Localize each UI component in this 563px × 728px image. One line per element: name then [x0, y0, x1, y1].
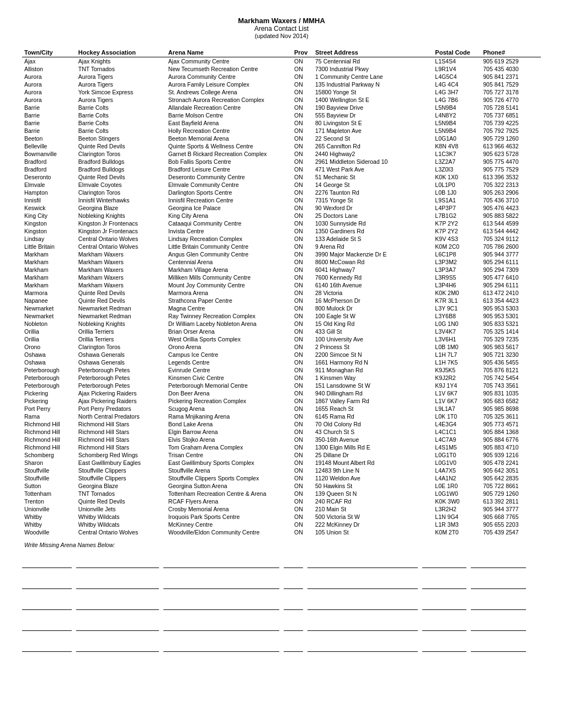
table-cell: Newmarket [22, 304, 76, 312]
table-cell: Markham Waxers [76, 250, 166, 258]
table-cell: Barrie Colts [76, 127, 166, 135]
table-cell: 2200 Simcoe St N [313, 351, 433, 358]
table-row: SuttonGeorgina BlazeGeorgina Sutton Aren… [22, 482, 541, 490]
table-cell: 2276 Taunton Rd [313, 189, 433, 196]
table-cell: Elmvale Coyotes [76, 181, 166, 189]
table-cell: K7P 2Y2 [433, 220, 481, 227]
write-line-seg-phone [471, 601, 526, 610]
write-line-seg-addr [307, 580, 418, 589]
table-cell: Woodville/Eldon Community Centre [166, 528, 292, 536]
table-cell: Barrie Colts [76, 104, 166, 111]
table-cell: Lindsay [22, 235, 76, 243]
table-cell: Aurora [22, 81, 76, 88]
write-line-seg-arena [163, 559, 279, 568]
table-row: InnisfilInnisfil WinterhawksInnisfil Rec… [22, 196, 541, 204]
table-cell: 911 Monaghan Rd [313, 366, 433, 374]
table-cell: 28 Victoria [313, 289, 433, 297]
table-cell: St. Andrews College Arena [166, 88, 292, 96]
table-row: King CityNobleking KnightsKing City Aren… [22, 212, 541, 220]
table-cell: 705 436 3710 [481, 196, 541, 204]
table-cell: 705 325 1414 [481, 328, 541, 335]
table-cell: 905 623 5728 [481, 150, 541, 158]
table-cell: Ray Twinney Recreation Complex [166, 312, 292, 320]
table-row: WoodvilleCentral Ontario WolvesWoodville… [22, 528, 541, 536]
table-row: MarkhamMarkham WaxersMarkham Village Are… [22, 266, 541, 274]
write-line-seg-arena [163, 601, 279, 610]
table-row: BellevilleQuinte Red DevilsQuinte Sports… [22, 142, 541, 150]
table-cell: Port Perry Predators [76, 405, 166, 413]
table-cell: Markham [22, 250, 76, 258]
write-line-seg-town [22, 580, 72, 589]
table-cell: 905 294 6111 [481, 281, 541, 289]
write-line-seg-postal [422, 601, 466, 610]
table-cell: Georgina Blaze [76, 482, 166, 490]
table-cell: 800 Mulock Dr [313, 304, 433, 312]
table-cell: 613 354 4423 [481, 297, 541, 304]
table-cell: L4G5C4 [433, 73, 481, 81]
table-cell: L0B 1J0 [433, 189, 481, 196]
table-row: BarrieBarrie ColtsBarrie Molson CentreON… [22, 111, 541, 119]
table-cell: 905 985 8698 [481, 405, 541, 413]
table-cell: Port Perry [22, 405, 76, 413]
table-row: PickeringAjax Pickering RaidersPickering… [22, 397, 541, 405]
table-cell: 240 RCAF Rd [313, 497, 433, 505]
table-cell: Trenton [22, 497, 76, 505]
table-cell: 905 944 3777 [481, 250, 541, 258]
table-cell: L0E 1R0 [433, 482, 481, 490]
write-line-seg-prov [284, 601, 303, 610]
table-cell: ON [292, 135, 313, 142]
table-cell: 705 329 7235 [481, 335, 541, 343]
table-row: AuroraAurora TigersStronach Aurora Recre… [22, 96, 541, 104]
table-cell: K0M 2C0 [433, 243, 481, 250]
table-cell: Ajax Pickering Raiders [76, 389, 166, 397]
table-cell: 171 Mapleton Ave [313, 127, 433, 135]
col-header-postal: Postal Code [433, 48, 481, 57]
table-cell: Markham [22, 274, 76, 281]
table-cell: Bradford Bulldogs [76, 165, 166, 173]
table-cell: Quinte Red Devils [76, 289, 166, 297]
table-cell: Central Ontario Wolves [76, 243, 166, 250]
table-cell: ON [292, 513, 313, 521]
table-cell: Peterborough [22, 382, 76, 389]
table-cell: ON [292, 328, 313, 335]
table-cell: 105 Union St [313, 528, 433, 536]
table-cell: 80 Livingston St E [313, 119, 433, 127]
table-cell: K9J5K5 [433, 366, 481, 374]
col-header-phone: Phone# [481, 48, 541, 57]
table-cell: K0K 2M0 [433, 289, 481, 297]
table-cell: 25 Dillane Dr [313, 451, 433, 459]
table-row: BowmanvilleClarington TorosGarnet B Rick… [22, 150, 541, 158]
table-cell: L3P3M2 [433, 258, 481, 266]
table-cell: L3V6H1 [433, 335, 481, 343]
table-row: MarkhamMarkham WaxersCentennial ArenaON8… [22, 258, 541, 266]
table-cell: 500 Victoria St W [313, 513, 433, 521]
table-cell: TNT Tornados [76, 490, 166, 497]
table-cell: Marmora Arena [166, 289, 292, 297]
table-cell: L4C7A9 [433, 436, 481, 443]
table-cell: 705 742 5454 [481, 374, 541, 382]
table-row: OrilliaOrillia TerriersWest Orillia Spor… [22, 335, 541, 343]
table-cell: 905 841 2371 [481, 73, 541, 81]
table-cell: 905 775 4470 [481, 158, 541, 165]
table-cell: K0K 3W0 [433, 497, 481, 505]
table-cell: 19148 Mount Albert Rd [313, 459, 433, 467]
table-row: Little BritainCentral Ontario WolvesLitt… [22, 243, 541, 250]
table-cell: L1S4S4 [433, 57, 481, 66]
table-cell: Woodville [22, 528, 76, 536]
table-row: WhitbyWhitby WildcatsIroquois Park Sport… [22, 513, 541, 521]
table-cell: Unionville Jets [76, 505, 166, 513]
table-cell: L4S1M5 [433, 443, 481, 451]
table-cell: 905 642 2835 [481, 474, 541, 482]
table-cell: Kingston [22, 220, 76, 227]
table-cell: L9L1A7 [433, 405, 481, 413]
table-row: DeserontoQuinte Red DevilsDeseronto Comm… [22, 173, 541, 181]
table-cell: 12483 9th Line N [313, 467, 433, 474]
table-cell: ON [292, 405, 313, 413]
table-cell: L3Y 9C1 [433, 304, 481, 312]
table-cell: 75 Centennial Rd [313, 57, 433, 66]
write-line-seg-town [22, 643, 72, 652]
table-cell: ON [292, 235, 313, 243]
table-cell: 139 Queen St N [313, 490, 433, 497]
write-line-seg-addr [307, 622, 418, 631]
table-cell: ON [292, 274, 313, 281]
